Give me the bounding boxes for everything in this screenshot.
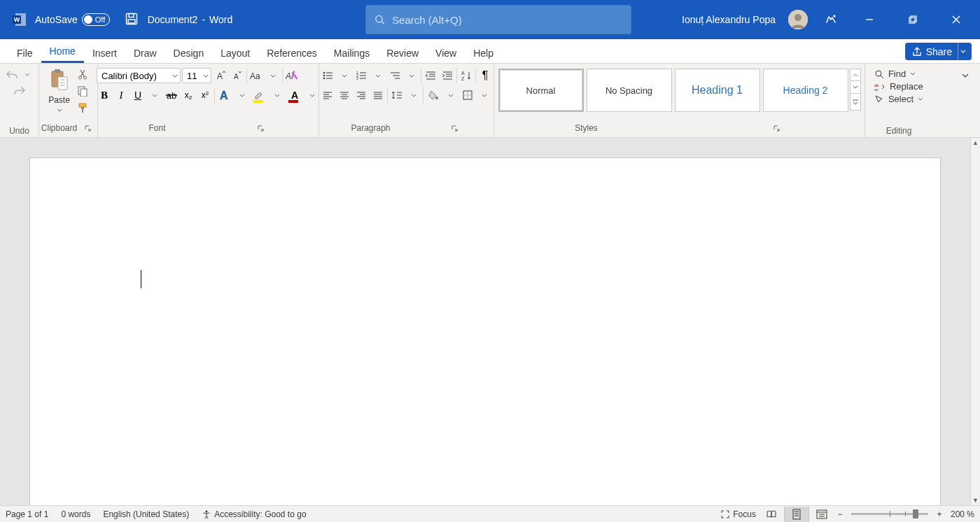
bullet-list-dropdown[interactable] [337,68,352,83]
tab-mailings[interactable]: Mailings [326,43,378,63]
format-painter-button[interactable] [75,100,90,115]
font-launcher[interactable] [253,120,268,136]
align-center-button[interactable] [337,87,352,103]
document-area[interactable] [0,138,970,505]
autosave-toggle[interactable]: AutoSave Off [35,13,110,26]
tab-file[interactable]: File [8,43,41,63]
show-paragraph-marks-button[interactable]: ¶ [477,68,493,83]
replace-button[interactable]: abac Replace [872,80,926,92]
style-no-spacing[interactable]: No Spacing [587,69,672,112]
style-normal[interactable]: Normal [498,69,584,112]
text-effects-button[interactable]: A [216,87,233,103]
numbered-list-dropdown[interactable] [370,68,386,83]
font-color-dropdown[interactable] [304,87,320,103]
style-heading-1[interactable]: Heading 1 [675,69,760,112]
coming-soon-icon[interactable] [820,4,841,35]
text-effects-dropdown[interactable] [234,87,250,103]
highlight-button[interactable] [251,87,268,103]
focus-mode-button[interactable]: Focus [720,509,756,519]
decrease-indent-button[interactable] [423,68,438,83]
align-left-button[interactable] [320,87,335,103]
bold-button[interactable]: B [97,87,112,103]
style-heading-2[interactable]: Heading 2 [763,69,848,112]
align-right-button[interactable] [354,87,369,103]
scroll-track[interactable] [971,148,980,495]
select-dropdown-icon[interactable] [918,97,923,101]
styles-launcher[interactable] [769,120,784,136]
zoom-level[interactable]: 200 % [951,509,974,519]
strikethrough-button[interactable]: ab [164,87,179,103]
numbered-list-button[interactable]: 123 [354,68,369,83]
zoom-out-button[interactable]: − [834,509,846,519]
tab-home[interactable]: Home [41,41,84,63]
tab-review[interactable]: Review [378,43,427,63]
font-name-input[interactable] [97,68,181,83]
accessibility-status[interactable]: Accessibility: Good to go [202,509,306,519]
styles-scroll-up[interactable] [850,69,861,81]
line-spacing-dropdown[interactable] [406,87,421,103]
font-size-select[interactable] [182,68,211,83]
increase-indent-button[interactable] [440,68,455,83]
document-page[interactable] [29,157,941,505]
share-button[interactable]: Share [905,43,972,60]
paste-button[interactable] [47,66,72,94]
subscript-button[interactable]: x2 [181,87,196,103]
tab-design[interactable]: Design [165,43,213,63]
tab-draw[interactable]: Draw [125,43,165,63]
undo-dropdown[interactable] [20,66,35,82]
language-status[interactable]: English (United States) [103,509,189,519]
select-button[interactable]: Select [872,93,926,105]
decrease-font-size-button[interactable]: A [230,68,245,83]
print-layout-button[interactable] [784,507,809,522]
justify-button[interactable] [370,87,386,103]
paragraph-launcher[interactable] [447,120,462,136]
redo-button[interactable] [12,83,27,98]
user-name[interactable]: Ionuț Alexandru Popa [682,14,776,25]
clear-formatting-button[interactable]: A [284,68,300,83]
change-case-button[interactable]: Aa [248,68,264,83]
read-mode-button[interactable] [759,507,784,522]
vertical-scrollbar[interactable]: ▲ ▼ [970,138,980,505]
maximize-button[interactable] [897,4,928,35]
multilevel-list-button[interactable] [387,68,402,83]
undo-button[interactable] [4,66,20,82]
clipboard-launcher[interactable] [80,120,95,136]
zoom-slider-thumb[interactable] [913,509,918,519]
shading-button[interactable] [425,87,442,103]
save-icon[interactable] [125,13,139,27]
line-spacing-button[interactable] [389,87,405,103]
search-box[interactable] [365,5,631,34]
font-name-select[interactable] [97,68,181,83]
share-dropdown[interactable] [958,43,967,60]
web-layout-button[interactable] [809,507,834,522]
collapse-ribbon-button[interactable] [958,68,973,83]
underline-dropdown[interactable] [147,87,162,103]
cut-button[interactable] [75,66,90,82]
zoom-in-button[interactable]: + [934,509,945,519]
word-count[interactable]: 0 words [61,509,90,519]
zoom-slider[interactable] [851,513,928,515]
scroll-down-arrow[interactable]: ▼ [971,495,980,505]
paste-dropdown[interactable] [52,106,67,114]
toggle-switch[interactable]: Off [82,13,110,26]
find-button[interactable]: Find [872,68,918,80]
styles-expand[interactable] [850,94,861,111]
tab-help[interactable]: Help [465,43,502,63]
increase-font-size-button[interactable]: A [213,68,228,83]
shading-dropdown[interactable] [443,87,458,103]
underline-button[interactable]: U [130,87,146,103]
tab-insert[interactable]: Insert [84,43,125,63]
avatar[interactable] [788,10,808,29]
page-count[interactable]: Page 1 of 1 [6,509,48,519]
scroll-up-arrow[interactable]: ▲ [971,138,980,148]
tab-layout[interactable]: Layout [212,43,258,63]
copy-button[interactable] [75,83,90,99]
italic-button[interactable]: I [113,87,129,103]
change-case-dropdown[interactable] [265,68,281,83]
tab-references[interactable]: References [258,43,326,63]
find-dropdown-icon[interactable] [910,72,916,76]
close-button[interactable] [941,4,972,35]
borders-button[interactable] [460,87,475,103]
font-size-input[interactable] [182,68,211,83]
sort-button[interactable]: AZ [458,68,474,83]
